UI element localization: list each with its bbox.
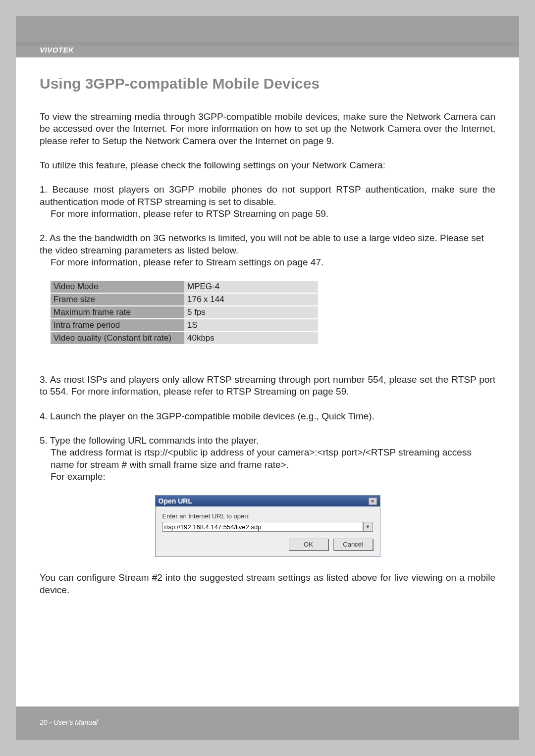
list-item-1-text: 1. Because most players on 3GPP mobile p… [40,184,495,206]
document-page: VIVOTEK Using 3GPP-compatible Mobile Dev… [16,16,519,740]
table-row: Frame size 176 x 144 [51,293,318,306]
footer-text: 20 - User's Manual [40,718,98,726]
table-row: Video Mode MPEG-4 [51,281,318,293]
dialog-body: Enter an Internet URL to open: ▼ OK Canc… [156,506,380,556]
table-row: Maximum frame rate 5 fps [51,306,318,319]
chevron-down-icon[interactable]: ▼ [363,522,373,532]
list-item-5: 5. Type the following URL commands into … [40,435,495,483]
table-label: Video quality (Constant bit rate) [51,332,184,345]
table-label: Video Mode [51,281,184,293]
dialog-title-text: Open URL [159,497,192,505]
table-label: Maximum frame rate [51,306,184,319]
dialog-buttons: OK Cancel [162,539,373,551]
footer-bar: 20 - User's Manual [16,706,519,740]
content-area: Using 3GPP-compatible Mobile Devices To … [40,75,495,608]
close-icon[interactable]: × [369,498,377,505]
table-label: Intra frame period [51,319,184,332]
settings-table: Video Mode MPEG-4 Frame size 176 x 144 M… [51,281,318,345]
dialog-wrap: Open URL × Enter an Internet URL to open… [40,495,495,557]
header-bar: VIVOTEK [16,16,519,57]
list-item-5-line1: 5. Type the following URL commands into … [40,435,259,446]
table-value: 40kbps [184,332,318,345]
list-item-5-line2: The address format is rtsp://<public ip … [40,447,495,471]
list-item-2: 2. As the the bandwidth on 3G networks i… [40,232,495,268]
cancel-button[interactable]: Cancel [333,539,373,551]
list-item-4: 4. Launch the player on the 3GPP-compati… [40,410,495,422]
dialog-label: Enter an Internet URL to open: [162,512,373,520]
dialog-titlebar: Open URL × [156,496,380,506]
list-item-3: 3. As most ISPs and players only allow R… [40,374,495,398]
list-item-1: 1. Because most players on 3GPP mobile p… [40,184,495,220]
table-row: Video quality (Constant bit rate) 40kbps [51,332,318,345]
intro-paragraph-2: To utilize this feature, please check th… [40,159,495,171]
list-item-2-sub: For more information, please refer to St… [40,256,495,268]
table-value: 1S [184,319,318,332]
table-row: Intra frame period 1S [51,319,318,332]
table-value: MPEG-4 [184,281,318,293]
dialog-input-row: ▼ [162,522,373,532]
brand-label: VIVOTEK [40,46,74,54]
table-value: 5 fps [184,306,318,319]
open-url-dialog: Open URL × Enter an Internet URL to open… [155,495,380,557]
table-label: Frame size [51,293,184,306]
table-value: 176 x 144 [184,293,318,306]
page-title: Using 3GPP-compatible Mobile Devices [40,75,495,92]
after-paragraph: You can configure Stream #2 into the sug… [40,572,495,596]
list-item-2-text: 2. As the the bandwidth on 3G networks i… [40,233,484,255]
header-band [16,42,519,46]
intro-paragraph-1: To view the streaming media through 3GPP… [40,111,495,147]
ok-button[interactable]: OK [289,539,328,551]
url-input[interactable] [162,522,363,532]
list-item-1-sub: For more information, please refer to RT… [40,208,495,220]
list-item-5-line3: For example: [40,471,495,483]
